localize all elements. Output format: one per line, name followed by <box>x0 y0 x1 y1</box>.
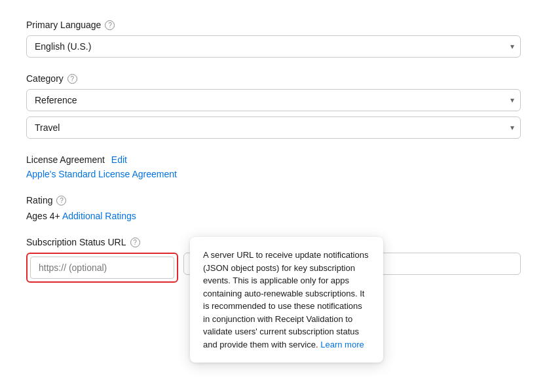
license-agreement-link[interactable]: Apple's Standard License Agreement <box>26 169 177 179</box>
rating-label: Rating ? <box>26 195 521 205</box>
primary-language-select[interactable]: English (U.S.) English (U.K.) French Ger… <box>26 35 521 58</box>
additional-ratings-link[interactable]: Additional Ratings <box>62 211 136 221</box>
tooltip-learn-more-link[interactable]: Learn more <box>320 340 364 349</box>
category-primary-select[interactable]: Reference Books Business Developer Tools… <box>26 89 521 111</box>
tooltip-text: A server URL to receive update notificat… <box>203 249 370 351</box>
license-agreement-header: License Agreement Edit <box>26 154 521 165</box>
subscription-status-url-section: Subscription Status URL ? A server URL t… <box>26 237 521 283</box>
rating-help-icon[interactable]: ? <box>56 196 66 205</box>
category-section: Category ? Reference Books Business Deve… <box>26 73 521 139</box>
primary-language-label: Primary Language ? <box>26 20 521 30</box>
category-label: Category ? <box>26 73 521 84</box>
license-agreement-section: License Agreement Edit Apple's Standard … <box>26 154 521 179</box>
subscription-tooltip: A server URL to receive update notificat… <box>190 237 383 363</box>
primary-language-help-icon[interactable]: ? <box>105 20 115 30</box>
subscription-status-url-input[interactable] <box>30 257 174 279</box>
primary-language-section: Primary Language ? English (U.S.) Englis… <box>26 20 521 58</box>
primary-language-select-wrapper: English (U.S.) English (U.K.) French Ger… <box>26 35 521 58</box>
primary-language-text: Primary Language <box>26 20 101 30</box>
category-label-text: Category <box>26 73 64 84</box>
category-primary-select-wrapper: Reference Books Business Developer Tools… <box>26 89 521 111</box>
license-agreement-label: License Agreement <box>26 154 105 165</box>
rating-label-text: Rating <box>26 195 52 205</box>
rating-section: Rating ? Ages 4+ Additional Ratings <box>26 195 521 221</box>
subscription-status-url-label: Subscription Status URL <box>26 237 126 247</box>
category-help-icon[interactable]: ? <box>67 74 77 84</box>
category-secondary-select[interactable]: Travel Business Education Entertainment <box>26 116 521 139</box>
license-agreement-edit-link[interactable]: Edit <box>111 154 127 165</box>
rating-value-text: Ages 4+ <box>26 211 60 221</box>
subscription-status-url-help-icon[interactable]: ? <box>130 238 140 247</box>
category-secondary-select-wrapper: Travel Business Education Entertainment … <box>26 116 521 139</box>
tooltip-body-text: A server URL to receive update notificat… <box>203 250 368 349</box>
subscription-input-container <box>26 253 178 283</box>
rating-value-row: Ages 4+ Additional Ratings <box>26 211 521 221</box>
